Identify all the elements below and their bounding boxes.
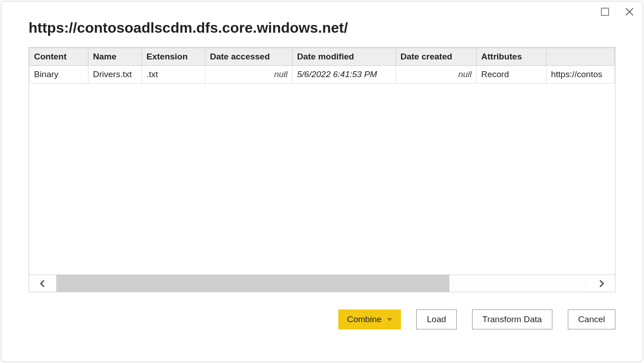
cell-content: Binary — [29, 66, 88, 83]
maximize-button[interactable] — [599, 6, 611, 18]
cancel-button-label: Cancel — [578, 314, 605, 324]
scroll-right-button[interactable] — [588, 275, 615, 292]
dialog-footer: Combine Load Transform Data Cancel — [29, 309, 615, 329]
col-header-date-accessed[interactable]: Date accessed — [205, 48, 293, 66]
cell-name: Drivers.txt — [88, 66, 142, 83]
combine-button-label: Combine — [347, 314, 381, 324]
cell-date-accessed: null — [205, 66, 293, 83]
transform-data-button[interactable]: Transform Data — [472, 309, 552, 329]
cell-folder-path: https://contos — [546, 66, 615, 83]
transform-data-button-label: Transform Data — [483, 314, 542, 324]
close-button[interactable] — [624, 6, 635, 18]
navigator-dialog: https://contosoadlscdm.dfs.core.windows.… — [1, 1, 643, 362]
dialog-content: https://contosoadlscdm.dfs.core.windows.… — [29, 20, 615, 353]
cancel-button[interactable]: Cancel — [568, 309, 615, 329]
chevron-left-icon — [39, 280, 46, 288]
combine-button[interactable]: Combine — [338, 309, 401, 329]
load-button[interactable]: Load — [416, 309, 456, 329]
page-title: https://contosoadlscdm.dfs.core.windows.… — [29, 20, 615, 36]
table-row[interactable]: Binary Drivers.txt .txt null 5/6/2022 6:… — [29, 66, 615, 83]
cell-attributes: Record — [477, 66, 546, 83]
maximize-icon — [601, 8, 609, 16]
cell-date-modified: 5/6/2022 6:41:53 PM — [293, 66, 396, 83]
col-header-date-created[interactable]: Date created — [396, 48, 477, 66]
close-icon — [625, 7, 634, 16]
grid-body: Content Name Extension Date accessed Dat… — [29, 48, 615, 275]
chevron-down-icon — [387, 318, 392, 321]
col-header-date-modified[interactable]: Date modified — [293, 48, 396, 66]
col-header-attributes[interactable]: Attributes — [477, 48, 546, 66]
preview-grid: Content Name Extension Date accessed Dat… — [29, 47, 615, 292]
chevron-right-icon — [598, 280, 605, 288]
load-button-label: Load — [427, 314, 446, 324]
col-header-name[interactable]: Name — [88, 48, 142, 66]
cell-extension: .txt — [142, 66, 205, 83]
cell-date-created: null — [396, 66, 477, 83]
grid-header-row: Content Name Extension Date accessed Dat… — [29, 48, 615, 66]
col-header-content[interactable]: Content — [29, 48, 88, 66]
scroll-track[interactable] — [56, 275, 588, 292]
horizontal-scrollbar[interactable] — [29, 275, 615, 292]
col-header-extension[interactable]: Extension — [142, 48, 205, 66]
scroll-thumb[interactable] — [56, 275, 449, 292]
grid-table: Content Name Extension Date accessed Dat… — [29, 48, 615, 83]
window-controls — [599, 6, 635, 18]
col-header-folder-path[interactable] — [546, 48, 615, 66]
scroll-left-button[interactable] — [29, 275, 56, 292]
